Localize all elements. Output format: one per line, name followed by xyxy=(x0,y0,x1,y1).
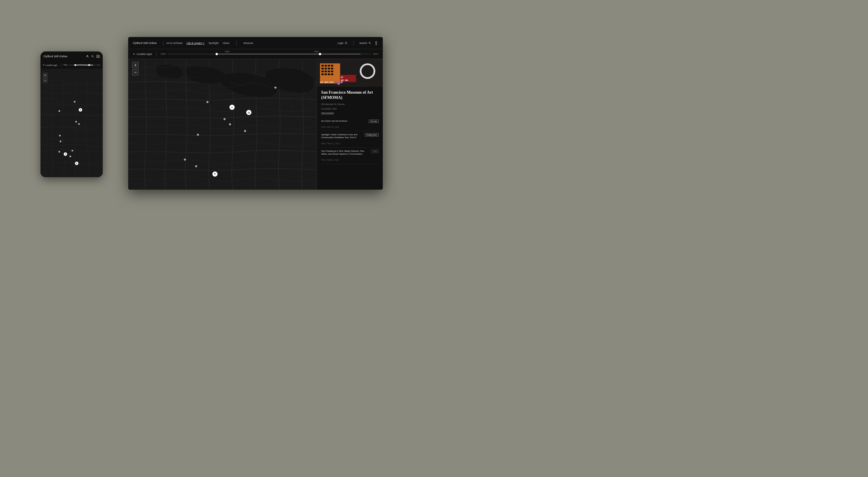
mobile-pin-9[interactable] xyxy=(58,151,60,152)
timeline-track[interactable]: 1952 1984 xyxy=(168,54,371,54)
svg-rect-24 xyxy=(324,71,327,72)
mobile-pin-8[interactable]: 4 xyxy=(64,152,67,156)
venue-address-line2: CO 80204, USA xyxy=(321,107,379,110)
mobile-handle-start[interactable] xyxy=(74,64,76,66)
accessibility-icon xyxy=(374,41,378,45)
desktop-pin-midwest[interactable] xyxy=(206,101,208,103)
timeline-handle-start[interactable] xyxy=(216,53,218,55)
svg-point-37 xyxy=(341,81,343,83)
mobile-pin-3[interactable] xyxy=(74,101,75,103)
search-icon xyxy=(368,42,371,44)
svg-rect-5 xyxy=(96,57,100,58)
svg-rect-26 xyxy=(331,71,333,72)
timeline-handle-end[interactable] xyxy=(319,53,321,55)
svg-rect-22 xyxy=(331,68,333,69)
svg-point-38 xyxy=(335,81,337,84)
nav-links: Art & Archives Life & Legacy + Spotlight… xyxy=(166,41,338,45)
desktop-zoom-controls: + − xyxy=(132,62,138,75)
desktop-sidebar: SF MO MA San Francisco Museum of Art (SF… xyxy=(317,59,383,190)
nav-about[interactable]: About xyxy=(223,42,229,44)
svg-text:MA: MA xyxy=(345,79,348,81)
mobile-pin-11[interactable] xyxy=(69,156,71,157)
svg-rect-18 xyxy=(331,65,333,67)
venue-image: SF MO MA xyxy=(317,59,383,87)
event-badge-on-now: On now xyxy=(369,120,379,123)
nav-spotlight[interactable]: Spotlight xyxy=(209,42,219,44)
desktop-pin-southwest[interactable] xyxy=(197,134,199,136)
svg-text:SF: SF xyxy=(341,76,343,78)
mobile-pin-6[interactable] xyxy=(59,135,61,136)
svg-rect-17 xyxy=(328,65,330,67)
nav-life-legacy[interactable]: Life & Legacy + xyxy=(187,42,205,44)
location-type-filter[interactable]: Location type xyxy=(133,53,152,56)
mobile-header: Clyfford Still Online xyxy=(40,52,103,61)
search-icon xyxy=(91,55,94,58)
menu-icon xyxy=(96,55,100,58)
desktop-zoom-in-button[interactable]: + xyxy=(132,62,138,68)
desktop-pin-6-south[interactable]: 6 xyxy=(212,171,218,177)
sidebar-content: San Francisco Museum of Art (SFMOMA) 250… xyxy=(317,87,383,168)
mobile-zoom-in-button[interactable]: + xyxy=(43,73,48,77)
desktop-pin-12-east[interactable]: 12 xyxy=(246,110,251,115)
login-button[interactable]: Login xyxy=(337,42,347,44)
chevron-down-icon xyxy=(43,64,44,66)
event-row-2: Spotlight: Inside Collections Care and C… xyxy=(321,133,379,139)
timeline-fill xyxy=(217,54,361,54)
svg-point-1 xyxy=(92,56,93,57)
mobile-filter-bar[interactable]: Location type 1904 1952 1984 2024 xyxy=(40,61,103,69)
mobile-pin-10[interactable] xyxy=(71,150,73,151)
svg-rect-15 xyxy=(321,65,324,67)
nav-divider-1 xyxy=(163,41,163,45)
mobile-zoom-out-button[interactable]: − xyxy=(43,78,48,83)
mobile-handle-end[interactable] xyxy=(88,64,90,66)
svg-rect-20 xyxy=(324,68,327,69)
svg-rect-27 xyxy=(321,73,324,75)
filter-divider xyxy=(156,51,157,57)
event-row-1: Art Crawl: Into the Archives On now xyxy=(321,120,379,123)
desktop-pin-south2[interactable] xyxy=(195,165,197,167)
event-item-1[interactable]: Art Crawl: Into the Archives On now SUN,… xyxy=(321,118,379,131)
mobile-pin-4[interactable] xyxy=(75,121,77,123)
desktop-zoom-out-button[interactable]: − xyxy=(132,69,138,75)
user-icon xyxy=(345,42,347,44)
mobile-pin-12[interactable]: 6 xyxy=(75,162,79,165)
venue-address-line1: 250 Bannock St, Denver, xyxy=(321,103,379,106)
desktop-device: Clyfford Still Online Art & Archives Lif… xyxy=(128,37,383,190)
timeline-year-2024: 2024 xyxy=(373,53,378,55)
view-location-link[interactable]: View location xyxy=(321,111,379,114)
desktop-pin-northwest[interactable] xyxy=(274,87,276,89)
desktop-pin-4-center[interactable]: 4 xyxy=(229,105,235,110)
desktop-pin-south1[interactable] xyxy=(184,159,186,161)
svg-point-8 xyxy=(369,42,370,43)
event-item-2[interactable]: Spotlight: Inside Collections Care and C… xyxy=(321,131,379,148)
user-icon xyxy=(86,55,89,58)
desktop-map-canvas[interactable]: + − 4 12 xyxy=(128,59,317,190)
svg-line-9 xyxy=(370,43,371,44)
desktop-pin-mid2[interactable] xyxy=(229,124,231,126)
accessibility-button[interactable] xyxy=(374,41,378,45)
chevron-down-icon xyxy=(133,53,135,55)
search-button[interactable]: Search xyxy=(359,42,371,44)
mobile-map-container: Location type 1904 1952 1984 2024 xyxy=(40,61,103,177)
svg-point-0 xyxy=(87,55,88,56)
mobile-location-type-filter[interactable]: Location type xyxy=(43,64,58,66)
desktop-pin-mid1[interactable] xyxy=(223,118,225,120)
mobile-pin-5[interactable] xyxy=(78,123,80,125)
filter-divider xyxy=(61,63,61,67)
mobile-timeline: 1904 1952 1984 2024 xyxy=(64,64,100,66)
event-badge-past: Past xyxy=(372,150,379,153)
nav-art-archives[interactable]: Art & Archives xyxy=(166,42,183,44)
event-title-2: Spotlight: Inside Collections Care and C… xyxy=(321,133,363,139)
mobile-pin-1[interactable]: 4 xyxy=(79,108,82,111)
desktop-pin-southeast[interactable] xyxy=(244,130,246,132)
mobile-logo: Clyfford Still Online xyxy=(43,55,67,58)
svg-rect-21 xyxy=(328,68,330,69)
event-item-3[interactable]: One Painting at a Time: Bailey Placzek, … xyxy=(321,148,379,164)
mobile-map-svg xyxy=(40,69,103,177)
svg-point-10 xyxy=(376,41,377,42)
nav-museum[interactable]: Museum xyxy=(244,42,253,44)
mobile-pin-7[interactable] xyxy=(60,140,61,142)
sfmoma-building-image: SF MO MA xyxy=(317,59,383,87)
mobile-pin-2[interactable] xyxy=(58,110,60,112)
event-date-1: SUN, FEB 18, 2024 xyxy=(321,126,339,128)
